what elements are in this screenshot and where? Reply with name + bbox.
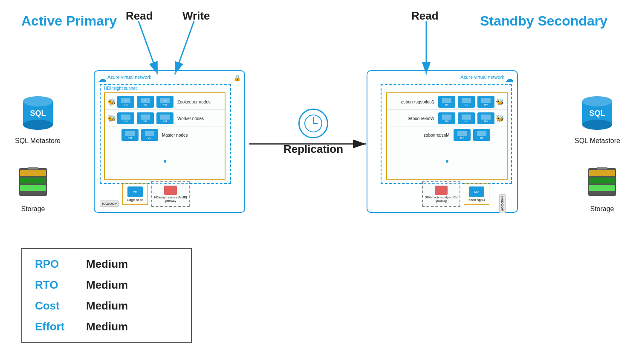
metric-key-rpo: RPO: [35, 258, 73, 271]
clock-svg: [303, 113, 324, 134]
svg-point-10: [23, 96, 53, 106]
sql-metastore-right: SQL SQL Metastore: [575, 94, 620, 145]
storage-icon-right: [584, 166, 620, 200]
bee-icon-zk: 🐝: [107, 98, 116, 106]
vm-box-rwk1: MV: [438, 112, 455, 124]
master-row-right: Master nodes MV MV: [387, 126, 507, 143]
metric-row-rto: RTO Medium: [35, 278, 178, 292]
storage-right: Storage: [584, 166, 620, 213]
metrics-box: RPO Medium RTO Medium Cost Medium Effort…: [21, 248, 192, 343]
cluster-box-right: Zookeeper nodes MV MV MV 🐝: [386, 92, 508, 180]
hadoop-badge-left: HADOOP: [100, 201, 119, 207]
zookeeper-row: 🐝 ⊞ VM ⊞ VM ⊞: [105, 93, 225, 110]
vm-box-rzk2: MV: [458, 96, 475, 108]
vm-box-wk3: VM: [156, 112, 173, 124]
storage-left-label: Storage: [15, 205, 51, 213]
bee-icon-wk: 🐝: [107, 115, 116, 123]
sql-icon-right: SQL: [580, 94, 614, 132]
read-label-right: Read: [411, 9, 439, 23]
sql-metastore-left: SQL SQL Metastore: [15, 94, 61, 145]
svg-point-21: [582, 120, 612, 130]
svg-rect-25: [589, 170, 615, 176]
cloud-icon-left: ☁: [98, 74, 107, 84]
storage-right-label: Storage: [584, 205, 620, 213]
vm-box-ms1: VM: [121, 129, 139, 141]
svg-rect-27: [589, 185, 615, 191]
cluster-box-left: 🐝 ⊞ VM ⊞ VM ⊞: [104, 92, 225, 180]
cloud-icon-right: ☁: [505, 74, 514, 84]
hdinsight-subnet-right: Zookeeper nodes MV MV MV 🐝: [381, 84, 512, 184]
metric-key-cost: Cost: [35, 299, 73, 312]
edge-gateway-row-right: HDInsight service [HMR] gateway MV Edge …: [371, 181, 512, 207]
replication-label: Replication: [266, 143, 360, 156]
vm-box-zk3: ⊞ VM: [156, 96, 173, 108]
write-label: Write: [182, 9, 210, 23]
zookeeper-row-right: Zookeeper nodes MV MV MV 🐝: [387, 93, 507, 110]
metric-value-cost: Medium: [86, 299, 128, 312]
svg-line-3: [175, 21, 194, 75]
read-label-left: Read: [126, 9, 153, 23]
edge-gateway-row-left: HADOOP VM Edge node HDInsight service [H…: [100, 181, 240, 207]
sql-metastore-right-label: SQL Metastore: [575, 137, 620, 145]
metric-key-rto: RTO: [35, 278, 73, 292]
connector-dot-left: [164, 160, 166, 163]
sql-metastore-left-label: SQL Metastore: [15, 137, 61, 145]
svg-text:SQL: SQL: [30, 109, 46, 118]
vm-box-rwk3: MV: [477, 112, 494, 124]
azure-vnet-label-right: Azure virtual network: [460, 75, 504, 80]
hadoop-badge-right: HADOOP: [499, 194, 506, 213]
zookeeper-label-right: Zookeeper nodes: [401, 100, 434, 104]
vm-box-rzk1: MV: [438, 96, 455, 108]
zookeeper-label: Zookeeper nodes: [177, 100, 211, 104]
gateway-box-right: HDInsight service [HMR] gateway: [422, 181, 460, 207]
worker-row-right: Worker nodes MV MV MV 🐝: [387, 110, 507, 126]
azure-vnet-left: ☁ Azure virtual network 🔒 HDInsight subn…: [94, 70, 245, 213]
hdinsight-subnet-left: HDInsight subnet 🐝 ⊞ VM ⊞: [100, 84, 231, 184]
svg-line-2: [139, 21, 158, 75]
svg-rect-28: [597, 167, 607, 169]
svg-rect-15: [28, 167, 38, 169]
lock-icon-left: 🔒: [234, 75, 241, 81]
edge-node-box-left: VM Edge node: [122, 183, 148, 205]
metric-value-effort: Medium: [86, 320, 128, 333]
sql-icon-left: SQL: [21, 94, 55, 132]
worker-label: Worker nodes: [177, 116, 204, 121]
main-container: Active Primary Standby Secondary Read Wr…: [0, 0, 633, 364]
gateway-box-left: HDInsight service [HMR] gateway: [151, 181, 190, 207]
svg-text:SQL: SQL: [590, 109, 605, 118]
vm-box-zk2: ⊞ VM: [137, 96, 154, 108]
vm-box-rms1: MV: [454, 129, 471, 141]
active-primary-label: Active Primary: [21, 13, 117, 29]
svg-point-8: [23, 120, 53, 130]
svg-point-23: [582, 96, 612, 106]
metric-value-rto: Medium: [86, 278, 128, 292]
hdinsight-subnet-label-left: HDInsight subnet: [104, 86, 137, 91]
vm-box-rms2: MV: [473, 129, 490, 141]
svg-rect-13: [20, 178, 46, 183]
storage-icon-left: [15, 166, 51, 200]
master-row: VM VM Master nodes: [105, 126, 225, 143]
vm-box-wk1: VM: [117, 112, 134, 124]
metric-row-cost: Cost Medium: [35, 299, 178, 312]
svg-rect-14: [20, 185, 46, 191]
vm-box-wk2: VM: [137, 112, 154, 124]
storage-left: Storage: [15, 166, 51, 213]
replication-area: Replication: [266, 109, 360, 156]
metric-row-effort: Effort Medium: [35, 320, 178, 333]
master-label: Master nodes: [162, 133, 188, 138]
azure-vnet-label-left: Azure virtual network: [107, 75, 151, 80]
svg-rect-26: [589, 178, 615, 183]
vm-box-ms2: VM: [141, 129, 158, 141]
edge-node-box-right: MV Edge node: [464, 183, 489, 205]
metric-value-rpo: Medium: [86, 258, 128, 271]
svg-rect-12: [20, 170, 46, 176]
vm-box-zk1: ⊞ VM: [117, 96, 134, 108]
connector-dot-right: [446, 160, 448, 163]
replication-clock-icon: [298, 109, 328, 138]
vm-box-rzk3: MV: [477, 96, 494, 108]
bee-icon-rwk: 🐝: [496, 115, 504, 123]
master-label-right: Master nodes: [424, 133, 450, 138]
metric-key-effort: Effort: [35, 320, 73, 333]
worker-label-right: Worker nodes: [408, 116, 434, 121]
worker-row: 🐝 VM VM VM Worker nodes: [105, 110, 225, 126]
